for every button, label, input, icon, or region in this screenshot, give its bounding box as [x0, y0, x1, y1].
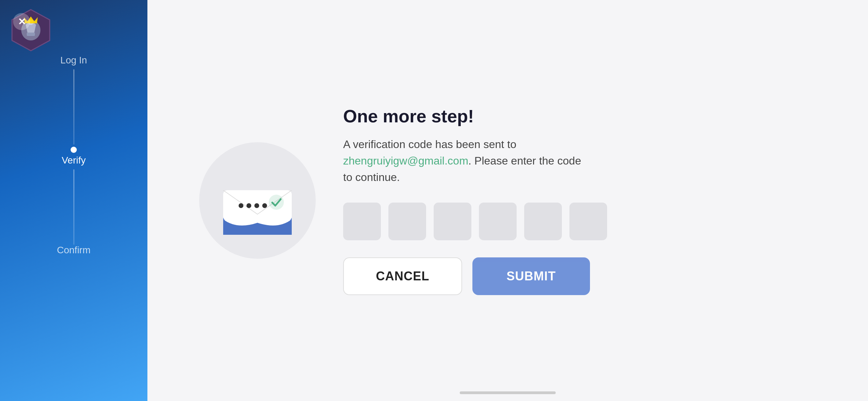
svg-point-9	[254, 203, 259, 208]
logo-area: ✕	[7, 7, 55, 55]
svg-rect-3	[27, 33, 35, 36]
cancel-button[interactable]: CANCEL	[343, 257, 462, 295]
otp-input-6[interactable]	[569, 203, 607, 240]
envelope-icon	[216, 166, 299, 235]
step-confirm: Confirm	[57, 245, 91, 259]
subtitle-before: A verification code has been sent to	[343, 138, 516, 150]
otp-input-5[interactable]	[524, 203, 562, 240]
page-title: One more step!	[343, 106, 474, 126]
close-button[interactable]: ✕	[13, 13, 30, 30]
svg-point-8	[246, 203, 251, 208]
otp-container	[343, 203, 607, 240]
otp-input-1[interactable]	[343, 203, 381, 240]
step-verify-label: Verify	[62, 155, 86, 166]
step-verify-dot	[71, 147, 77, 153]
svg-point-11	[269, 195, 284, 210]
step-login-label: Log In	[60, 55, 87, 66]
stepper: Log In Verify Confirm	[57, 55, 91, 259]
step-verify: Verify	[62, 145, 86, 169]
content-area: One more step! A verification code has b…	[199, 106, 816, 295]
right-panel: One more step! A verification code has b…	[147, 0, 868, 401]
email-illustration	[199, 142, 316, 259]
otp-input-2[interactable]	[388, 203, 426, 240]
submit-button[interactable]: SUBMIT	[472, 257, 590, 295]
bottom-bar	[460, 391, 556, 394]
verify-content: One more step! A verification code has b…	[343, 106, 816, 295]
left-panel: ✕ Log In Verify Confirm	[0, 0, 147, 401]
step-line-2	[73, 169, 74, 245]
buttons-row: CANCEL SUBMIT	[343, 257, 590, 295]
subtitle-text: A verification code has been sent to zhe…	[343, 136, 583, 185]
otp-input-4[interactable]	[479, 203, 517, 240]
step-confirm-label: Confirm	[57, 245, 91, 256]
step-login: Log In	[60, 55, 87, 69]
email-address: zhengruiyigw@gmail.com	[343, 155, 468, 167]
svg-point-10	[262, 203, 267, 208]
step-line-1	[73, 69, 74, 145]
otp-input-3[interactable]	[434, 203, 471, 240]
svg-point-7	[239, 203, 243, 208]
app-logo-icon	[7, 7, 55, 55]
